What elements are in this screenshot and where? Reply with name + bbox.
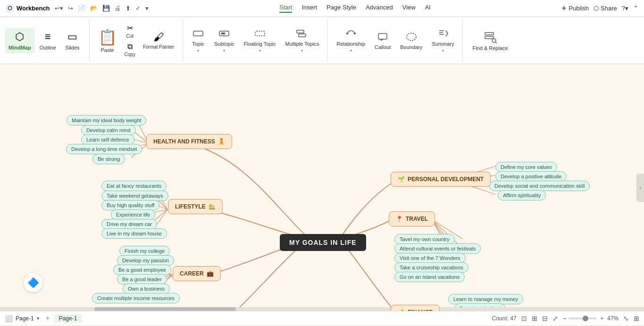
chip-life-5[interactable]: Drive my dream car	[101, 219, 157, 229]
zoom-level: 47%	[607, 315, 619, 322]
chip-career-6[interactable]: Create multiple income resources	[92, 293, 180, 303]
chip-travel-3[interactable]: Visit one of the 7 Wonders	[394, 253, 466, 263]
page-view-icon[interactable]: ⬜	[5, 315, 13, 322]
chip-personal-3[interactable]: Develop social and communication skill	[489, 181, 590, 191]
personal-dev-node[interactable]: 🌱 PERSONAL DEVELOPMENT	[391, 172, 491, 187]
chip-health-5[interactable]: Be strong	[92, 154, 125, 164]
svg-rect-4	[297, 30, 304, 33]
svg-rect-0	[193, 31, 203, 36]
share-btn[interactable]: ⬡Share	[594, 5, 617, 12]
finance-node[interactable]: 💰 FINANCE	[391, 305, 440, 311]
copy-btn[interactable]: ⧉ Copy	[122, 41, 138, 59]
svg-point-9	[407, 33, 416, 41]
export-btn[interactable]: ⬆	[125, 5, 131, 12]
chip-personal-1[interactable]: Define my core values	[495, 162, 557, 172]
multiple-topics-btn[interactable]: Multiple Topics ▾	[282, 25, 323, 56]
redo-btn[interactable]: ↪	[68, 5, 73, 12]
chip-career-3[interactable]: Be a good employee	[113, 265, 171, 275]
chip-health-1[interactable]: Maintain my ideal body weight	[67, 115, 146, 125]
svg-point-6	[346, 33, 348, 34]
slides-btn[interactable]: ▭ Slides	[61, 28, 84, 53]
center-node[interactable]: MY GOALS IN LIFE	[280, 234, 366, 251]
checkmark-btn[interactable]: ✓	[135, 5, 141, 12]
chip-career-2[interactable]: Develop my passion	[117, 255, 174, 266]
bottom-bar: ⬜ Page-1 ▾ ＋ Page-1 Count: 47 ⊡ ⊞ ⊟ ⤢ − …	[0, 311, 644, 325]
cut-btn[interactable]: ✂ Cut	[122, 22, 138, 40]
chip-health-3[interactable]: Learn self defence	[81, 134, 134, 145]
lifestyle-node[interactable]: LIFESTYLE 🏡	[168, 199, 223, 214]
topic-btn[interactable]: Topic ▾	[188, 25, 209, 56]
menu-insert[interactable]: Insert	[301, 4, 317, 13]
topic-group: Topic ▾ Subtopic ▾ Floating Topic ▾ Mult…	[183, 19, 328, 62]
scrollbar-thumb[interactable]	[94, 307, 236, 311]
chip-life-6[interactable]: Live in my dream house	[101, 228, 167, 239]
page-label[interactable]: Page-1	[16, 315, 34, 322]
publish-btn[interactable]: ✈Publish	[561, 5, 589, 12]
more-btn[interactable]: ▾	[145, 5, 149, 12]
chip-travel-1[interactable]: Tavel my own country	[394, 234, 455, 244]
format-painter-btn[interactable]: 🖌 Format Painter	[139, 29, 178, 51]
mindmap-btn[interactable]: ⬡ MindMap	[5, 28, 35, 53]
chip-life-4[interactable]: Experience life	[111, 209, 155, 220]
menu-ai[interactable]: AI	[425, 4, 431, 13]
save-btn[interactable]: 💾	[102, 5, 110, 12]
chip-life-1[interactable]: Eat at fancy restaurants	[101, 181, 167, 191]
paste-btn[interactable]: 📋 Paste	[94, 26, 121, 55]
fullscreen-expand-btn[interactable]: ⤡	[623, 315, 629, 322]
boundary-btn[interactable]: Boundary	[396, 28, 426, 53]
zoom-in-btn[interactable]: ＋	[599, 314, 605, 323]
subtopic-btn[interactable]: Subtopic ▾	[210, 25, 238, 56]
add-page-btn[interactable]: ＋	[44, 313, 51, 323]
horizontal-scrollbar[interactable]	[0, 307, 644, 311]
menu-start[interactable]: Start	[279, 4, 292, 13]
chip-health-2[interactable]: Develop calm mind	[81, 125, 136, 135]
undo-btn[interactable]: ↩▾	[55, 5, 63, 12]
chip-career-5[interactable]: Own a business	[123, 284, 170, 294]
floating-topic-btn[interactable]: Floating Topic ▾	[240, 25, 280, 56]
menu-pagestyle[interactable]: Page Style	[326, 4, 356, 13]
chip-career-1[interactable]: Finish my college	[119, 246, 170, 256]
chip-personal-2[interactable]: Develop a positive attitude	[495, 171, 567, 182]
health-node[interactable]: HEALTH AND FITNESS 🧘	[146, 134, 232, 149]
help-btn[interactable]: ?▾	[622, 5, 628, 12]
fit-page-btn[interactable]: ⊡	[521, 315, 527, 322]
new-doc-btn[interactable]: 📄	[78, 5, 85, 12]
page-label-dropdown[interactable]: ▾	[37, 316, 39, 321]
actual-size-btn[interactable]: ⊞	[532, 315, 537, 322]
summary-btn[interactable]: Summary ▾	[428, 25, 458, 56]
svg-rect-3	[255, 31, 265, 36]
callout-btn[interactable]: Callout	[371, 28, 394, 53]
grid-btn[interactable]: ⊞	[634, 315, 639, 322]
chip-life-3[interactable]: Buy high quality stuff	[101, 200, 159, 210]
fit-width-btn[interactable]: ⊟	[542, 315, 548, 322]
chip-travel-5[interactable]: Go on an Island vacations	[394, 272, 465, 282]
career-node[interactable]: CAREER 💼	[173, 266, 221, 281]
collapse-btn[interactable]: ⌃	[633, 5, 638, 12]
open-btn[interactable]: 📂	[90, 5, 98, 12]
current-page-tab[interactable]: Page-1	[54, 314, 82, 323]
relationship-btn[interactable]: Relationship ▾	[333, 25, 369, 56]
chip-travel-4[interactable]: Take a cruiseship vacations	[394, 262, 468, 273]
outline-btn[interactable]: ≡ Outline	[36, 28, 60, 53]
menu-view[interactable]: View	[402, 4, 416, 13]
svg-rect-5	[299, 34, 306, 37]
menu-advanced[interactable]: Advanced	[366, 4, 393, 13]
canvas: MY GOALS IN LIFE HEALTH AND FITNESS 🧘 LI…	[0, 64, 644, 311]
chip-finance-1[interactable]: Learn to manage my money	[448, 294, 523, 304]
zoom-out-btn[interactable]: −	[563, 315, 567, 322]
travel-node[interactable]: 📍 TRAVEL	[389, 211, 435, 226]
chip-personal-4[interactable]: Affirm spirituality	[498, 190, 546, 201]
fullscreen-btn[interactable]: ⤢	[552, 315, 558, 322]
svg-point-7	[354, 33, 356, 34]
svg-line-16	[495, 42, 497, 43]
app-watermark: 🔷	[24, 273, 42, 292]
chip-health-4[interactable]: Develop a long-time mindset	[66, 144, 142, 154]
zoom-slider[interactable]	[569, 318, 597, 319]
find-replace-btn[interactable]: Find & Replace	[468, 27, 512, 54]
chip-life-2[interactable]: Take weekend getaways	[101, 191, 168, 201]
app-logo: ⬡ Workbench	[6, 4, 50, 13]
print-btn[interactable]: 🖨	[115, 5, 121, 12]
sidebar-toggle[interactable]: ›	[636, 174, 644, 202]
chip-career-4[interactable]: Be a good leader	[117, 274, 167, 284]
chip-travel-2[interactable]: Attend cultural events or festivals	[394, 243, 481, 254]
